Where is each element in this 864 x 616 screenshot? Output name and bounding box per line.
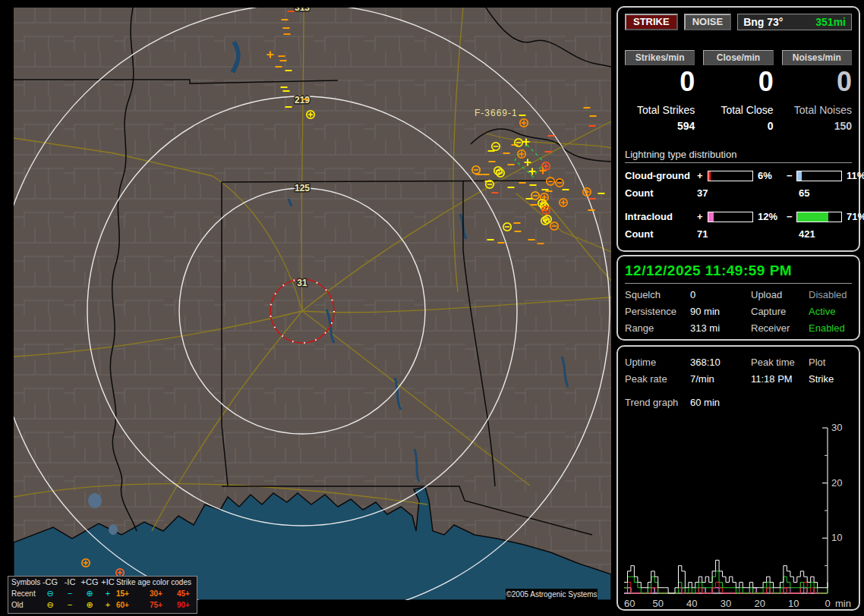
- plot-value: Strike: [809, 373, 852, 385]
- plus-sign: +: [697, 170, 708, 181]
- uptime-value: 368:10: [690, 357, 751, 368]
- cloud-ground-row: Cloud-ground + 6% − 11%: [625, 170, 852, 181]
- app-window: { "header": { "strike_button": "STRIKE",…: [0, 0, 864, 616]
- datetime: 12/12/2025 11:49:59 PM: [625, 262, 852, 284]
- peak-rate-label: Peak rate: [625, 373, 690, 385]
- x-tick-50: 50: [652, 598, 663, 609]
- age-code-90+: 90+: [177, 599, 203, 611]
- capture-label: Capture: [751, 306, 809, 317]
- legend-col-+ic: +IC: [99, 577, 116, 587]
- map-legend: Symbols -CG -IC +CG +IC Strike age color…: [8, 576, 197, 614]
- intracloud-row: Intracloud + 12% − 71%: [625, 211, 852, 222]
- total-strikes-value: 594: [625, 120, 695, 132]
- range-value: 313 mi: [690, 322, 751, 334]
- noises-rate: 0: [782, 67, 852, 97]
- noise-button[interactable]: NOISE: [684, 14, 731, 30]
- ic-neg-count: 421: [799, 228, 852, 240]
- peak-time-label: Peak time: [751, 357, 809, 368]
- receiver-label: Receiver: [751, 322, 809, 334]
- trend-panel: Uptime 368:10 Peak time Plot Peak rate 7…: [616, 345, 860, 611]
- strike-button[interactable]: STRIKE: [625, 14, 678, 30]
- lightning-map[interactable]: F-3669-1 31321912531: [14, 8, 611, 600]
- x-tick-60: 60: [624, 598, 635, 609]
- minus-sign: −: [787, 170, 796, 181]
- ic-pos-pct: 12%: [753, 211, 787, 222]
- strikes-per-min-button[interactable]: Strikes/min: [625, 50, 695, 65]
- noises-per-min-button[interactable]: Noises/min: [782, 50, 852, 65]
- age-code-15+: 15+: [116, 588, 150, 599]
- plus-icon: +: [99, 600, 116, 610]
- ic-neg-bar: [796, 212, 842, 222]
- bearing-box: Bng 73° 351mi: [737, 14, 852, 30]
- minus-sign: −: [787, 211, 796, 222]
- close-per-min-button[interactable]: Close/min: [703, 50, 773, 65]
- squelch-label: Squelch: [625, 289, 690, 300]
- receiver-value: Enabled: [809, 322, 852, 334]
- cg-neg-bar: [796, 171, 842, 181]
- ic-neg-pct: 71%: [842, 211, 864, 222]
- range-label: Range: [625, 322, 690, 334]
- x-tick-0: 0: [825, 598, 830, 609]
- cloud-ground-label: Cloud-ground: [625, 170, 697, 181]
- x-axis-unit: min: [835, 598, 851, 609]
- lake: [88, 493, 102, 508]
- cg-pos-bar: [708, 171, 753, 181]
- minus-icon: −: [60, 600, 80, 610]
- uptime-row: Uptime 368:10 Peak time Plot: [625, 357, 852, 368]
- circled-minus-icon: ⊖: [40, 589, 60, 599]
- legend-rows: Recent⊖−⊕+15+30+45+Old⊖−⊕+60+75+90+: [8, 588, 197, 611]
- capture-value: Active: [809, 306, 852, 317]
- legend-header: Symbols -CG -IC +CG +IC Strike age color…: [8, 577, 197, 588]
- age-code-45+: 45+: [177, 588, 203, 599]
- legend-age-label: Old: [8, 599, 40, 611]
- intracloud-count-row: Count 71 421: [625, 228, 852, 240]
- cg-pos-count: 37: [697, 187, 799, 199]
- storm-cell-label: F-3669-1: [475, 108, 518, 118]
- y-tick-10: 10: [831, 532, 842, 543]
- upload-label: Upload: [751, 289, 809, 300]
- total-noises-label: Total Noises: [782, 104, 852, 116]
- cg-pos-pct: 6%: [753, 170, 787, 181]
- x-tick-10: 10: [788, 598, 799, 609]
- trend-graph: 1020306050403020100min: [618, 401, 859, 609]
- range-row: Range 313 mi Receiver Enabled: [625, 322, 852, 334]
- lake: [109, 524, 118, 535]
- legend-age-label: Recent: [8, 588, 40, 599]
- close-rate: 0: [703, 67, 773, 97]
- cg-neg-count: 65: [799, 187, 852, 199]
- squelch-row: Squelch 0 Upload Disabled: [625, 289, 852, 300]
- count-label: Count: [625, 228, 697, 240]
- plus-sign: +: [697, 211, 708, 222]
- trend-series-intracloud-pos: [624, 588, 828, 593]
- x-tick-30: 30: [721, 598, 731, 609]
- persistence-value: 90 min: [690, 306, 751, 317]
- cloud-ground-count-row: Count 37 65: [625, 187, 852, 199]
- circled-minus-icon: ⊖: [40, 600, 60, 610]
- ring-label-31: 31: [297, 278, 307, 288]
- distribution-title: Lightning type distribution: [625, 149, 852, 163]
- uptime-label: Uptime: [625, 357, 690, 368]
- legend-row-recent: Recent⊖−⊕+15+30+45+: [8, 588, 197, 599]
- circled-plus-icon: ⊕: [80, 600, 99, 610]
- persistence-label: Persistence: [625, 306, 690, 317]
- peak-rate-row: Peak rate 7/min 11:18 PM Strike: [625, 373, 852, 385]
- status-panel: 12/12/2025 11:49:59 PM Squelch 0 Upload …: [616, 255, 860, 341]
- strikes-rate: 0: [625, 67, 695, 97]
- y-tick-30: 30: [831, 422, 842, 433]
- bearing-range: 351mi: [815, 16, 846, 28]
- legend-col--ic: -IC: [60, 577, 80, 587]
- circled-plus-icon: ⊕: [80, 589, 99, 599]
- legend-row-old: Old⊖−⊕+60+75+90+: [8, 599, 197, 611]
- copyright: ©2005 Astrogenic Systems: [506, 589, 598, 601]
- persistence-row: Persistence 90 min Capture Active: [625, 306, 852, 317]
- legend-col-+cg: +CG: [80, 577, 99, 587]
- close-column: Close/min 0 Total Close 0: [703, 50, 773, 132]
- ic-pos-count: 71: [697, 228, 799, 240]
- peak-rate-value: 7/min: [690, 373, 751, 385]
- map-canvas: F-3669-1 31321912531: [14, 8, 611, 600]
- age-code-60+: 60+: [116, 599, 150, 611]
- plus-icon: +: [99, 589, 116, 599]
- x-tick-40: 40: [686, 598, 697, 609]
- total-close-value: 0: [703, 120, 773, 132]
- total-noises-value: 150: [782, 120, 852, 132]
